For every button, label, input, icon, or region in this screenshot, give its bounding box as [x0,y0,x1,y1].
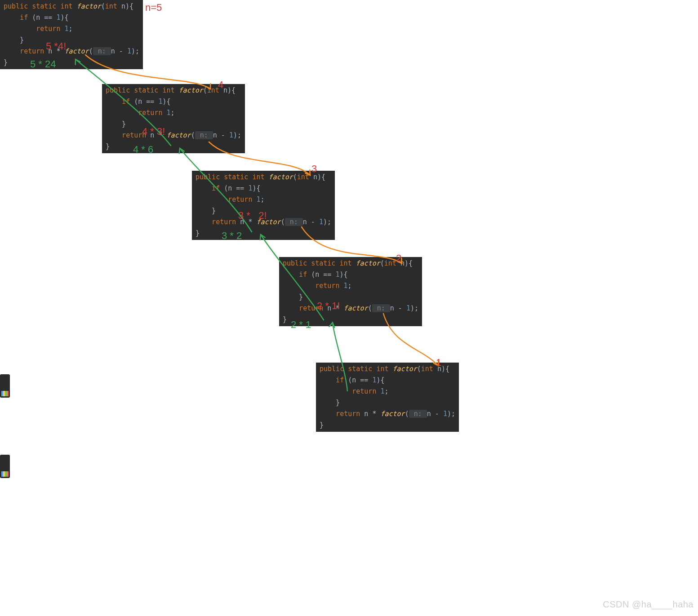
diagram-stage: public static int factor(int n){ if (n =… [0,0,698,616]
annotation-green-3: 2 * 1 [291,319,311,331]
ide-side-widget [0,374,10,398]
code-box-4: public static int factor(int n){ if (n =… [279,257,422,326]
code-box-5: public static int factor(int n){ if (n =… [316,363,459,432]
annotation-red-5: 3 * 2! [238,210,267,222]
annotation-red-6: 2 [396,253,401,264]
annotation-red-4: 3 [311,163,317,175]
code-box-1: public static int factor(int n){ if (n =… [0,0,143,69]
annotation-red-0: n=5 [145,2,162,13]
watermark: CSDN @ha____haha [603,599,694,610]
ide-side-widget [0,455,10,478]
code-box-2: public static int factor(int n){ if (n =… [102,84,245,153]
annotation-green-1: 4 * 6 [133,144,153,155]
annotation-green-2: 3 * 2 [222,230,242,242]
annotation-red-2: 4 [218,79,223,91]
annotation-green-0: 5 * 24 [30,58,56,70]
annotation-red-1: 5 *4! [46,40,66,52]
annotation-red-3: 4 * 3! [142,126,165,137]
code-box-3: public static int factor(int n){ if (n =… [192,171,335,240]
annotation-red-7: 2 * 1! [317,300,340,312]
annotation-red-8: 1 [436,357,441,368]
